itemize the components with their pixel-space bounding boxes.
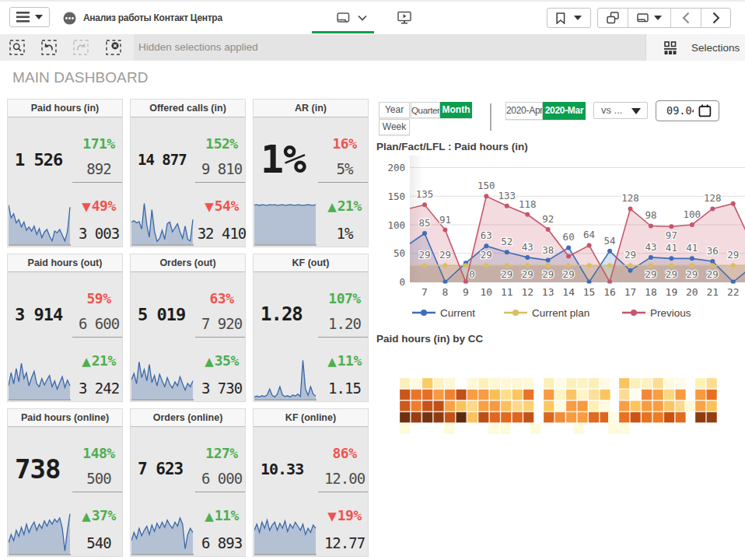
heatmap-cell[interactable] bbox=[577, 412, 588, 423]
selections-tool-button[interactable]: Selections bbox=[645, 34, 745, 61]
heatmap-cell[interactable] bbox=[523, 378, 534, 389]
point-previous[interactable] bbox=[607, 280, 612, 285]
heatmap-cell[interactable] bbox=[523, 401, 534, 411]
heatmap-cell[interactable] bbox=[554, 378, 565, 389]
heatmap-cell[interactable] bbox=[400, 423, 411, 434]
heatmap-cell[interactable] bbox=[422, 390, 433, 401]
heatmap-cell[interactable] bbox=[600, 401, 610, 411]
heatmap-cell[interactable] bbox=[706, 378, 717, 389]
heatmap-cell[interactable] bbox=[400, 401, 411, 411]
point-current-plan[interactable] bbox=[484, 263, 488, 268]
point-current-plan[interactable] bbox=[731, 263, 736, 268]
heatmap-cell[interactable] bbox=[422, 401, 433, 411]
heatmap-cell[interactable] bbox=[684, 401, 695, 411]
point-previous[interactable] bbox=[525, 212, 530, 217]
point-current-plan[interactable] bbox=[587, 263, 592, 268]
kpi-card[interactable]: AR (in)1%16%5%▲21%1% bbox=[254, 100, 368, 247]
heatmap-cell[interactable] bbox=[630, 401, 641, 411]
heatmap-cell[interactable] bbox=[422, 378, 433, 389]
point-current[interactable] bbox=[546, 258, 551, 263]
heatmap-cell[interactable] bbox=[630, 378, 641, 389]
date-input[interactable]: 09.04 bbox=[656, 100, 719, 121]
heatmap-cell[interactable] bbox=[467, 390, 478, 401]
kpi-card[interactable]: KF (online)10.3386%12.00▼19%12.77 bbox=[254, 409, 368, 556]
heatmap-cell[interactable] bbox=[573, 423, 584, 434]
heatmap-cell[interactable] bbox=[490, 390, 501, 401]
point-previous[interactable] bbox=[505, 204, 509, 208]
heatmap-cell[interactable] bbox=[675, 412, 686, 423]
point-previous[interactable] bbox=[484, 194, 488, 198]
heatmap-cell[interactable] bbox=[554, 412, 565, 423]
heatmap-cell[interactable] bbox=[490, 378, 501, 389]
point-current[interactable] bbox=[587, 280, 592, 285]
heatmap-cell[interactable] bbox=[619, 401, 630, 411]
heatmap-cell[interactable] bbox=[478, 401, 489, 411]
heatmap-cell[interactable] bbox=[675, 378, 686, 389]
period-filter-year[interactable]: Year bbox=[379, 102, 410, 118]
heatmap-cell[interactable] bbox=[695, 390, 706, 401]
heatmap-cell[interactable] bbox=[577, 378, 588, 389]
heatmap-cell[interactable] bbox=[467, 412, 478, 423]
point-current[interactable] bbox=[690, 256, 694, 261]
heatmap-cell[interactable] bbox=[467, 378, 478, 389]
kpi-card[interactable]: Paid hours (in)1 526171%892▼49%3 003 bbox=[8, 100, 122, 247]
heatmap-cell[interactable] bbox=[589, 412, 600, 423]
legend-label[interactable]: Current plan bbox=[532, 307, 589, 319]
heatmap-cell[interactable] bbox=[400, 390, 411, 401]
point-current[interactable] bbox=[669, 256, 673, 261]
heatmap-cell[interactable] bbox=[456, 412, 467, 423]
point-current-plan[interactable] bbox=[566, 263, 571, 268]
point-current[interactable] bbox=[525, 255, 530, 260]
point-previous[interactable] bbox=[566, 254, 571, 258]
heatmap-cell[interactable] bbox=[695, 401, 706, 411]
heatmap-cell[interactable] bbox=[411, 401, 421, 411]
heatmap-cell[interactable] bbox=[544, 412, 554, 423]
kpi-card[interactable]: Paid hours (online)738148%500▲37%540 bbox=[8, 409, 122, 556]
point-current[interactable] bbox=[566, 245, 571, 250]
heatmap-cell[interactable] bbox=[566, 390, 577, 401]
heatmap-cell[interactable] bbox=[400, 378, 411, 389]
heatmap-cell[interactable] bbox=[706, 390, 717, 401]
heatmap-cell[interactable] bbox=[400, 412, 411, 423]
heatmap-cell[interactable] bbox=[642, 401, 652, 411]
global-menu-button[interactable] bbox=[9, 7, 50, 27]
step-back-icon[interactable] bbox=[41, 40, 57, 55]
point-current-plan[interactable] bbox=[669, 263, 673, 268]
heatmap-cell[interactable] bbox=[619, 378, 630, 389]
heatmap-cell[interactable] bbox=[512, 378, 523, 389]
heatmap-cell[interactable] bbox=[554, 401, 565, 411]
heatmap-cell[interactable] bbox=[577, 390, 588, 401]
heatmap-cell[interactable] bbox=[478, 378, 489, 389]
point-current[interactable] bbox=[422, 231, 427, 236]
point-previous[interactable] bbox=[669, 224, 673, 229]
heatmap-cell[interactable] bbox=[501, 412, 512, 423]
heatmap-cell[interactable] bbox=[478, 390, 489, 401]
heatmap-cell[interactable] bbox=[554, 390, 565, 401]
heatmap-cell[interactable] bbox=[642, 412, 652, 423]
heatmap-cell[interactable] bbox=[411, 390, 421, 401]
legend-label[interactable]: Current bbox=[440, 307, 475, 319]
heatmap-cell[interactable] bbox=[664, 390, 675, 401]
heatmap-cell[interactable] bbox=[566, 401, 577, 411]
heatmap-cell[interactable] bbox=[642, 378, 652, 389]
heatmap-cell[interactable] bbox=[600, 378, 610, 389]
point-current-plan[interactable] bbox=[505, 263, 509, 268]
point-previous[interactable] bbox=[442, 228, 447, 233]
heatmap-cell[interactable] bbox=[490, 412, 501, 423]
heatmap-cell[interactable] bbox=[652, 412, 663, 423]
heatmap-cell[interactable] bbox=[619, 390, 630, 401]
duplicate-sheet-button[interactable] bbox=[598, 9, 628, 27]
heatmap-cell[interactable] bbox=[630, 390, 641, 401]
heatmap-cell[interactable] bbox=[523, 390, 534, 401]
point-previous[interactable] bbox=[628, 206, 633, 211]
heatmap-cell[interactable] bbox=[675, 401, 686, 411]
heatmap-cell[interactable] bbox=[456, 390, 467, 401]
heatmap-cell[interactable] bbox=[566, 412, 577, 423]
point-previous[interactable] bbox=[710, 206, 715, 211]
heatmap-cell[interactable] bbox=[695, 412, 706, 423]
sheet-selector-tab[interactable] bbox=[312, 2, 374, 33]
heatmap-cell[interactable] bbox=[675, 390, 686, 401]
heatmap-cell[interactable] bbox=[445, 401, 456, 411]
prev-sheet-button[interactable] bbox=[671, 9, 702, 27]
point-current[interactable] bbox=[731, 280, 736, 285]
